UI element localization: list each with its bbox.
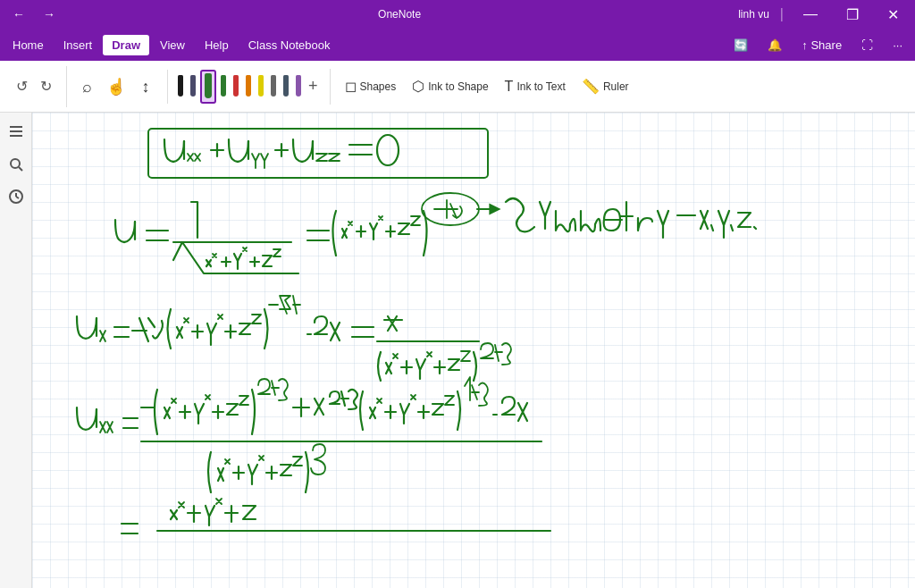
minimize-button[interactable]: — — [794, 0, 827, 29]
forward-button[interactable]: → — [38, 5, 61, 23]
shapes-label: Shapes — [360, 80, 397, 93]
add-space-tool[interactable]: ↕ — [133, 66, 158, 107]
add-pen-button[interactable]: + — [306, 75, 321, 97]
menu-class-notebook[interactable]: Class Notebook — [239, 35, 340, 55]
ink-to-text-button[interactable]: T Ink to Text — [498, 69, 573, 105]
fullscreen-button[interactable]: ⛶ — [852, 35, 882, 55]
pen-purple[interactable] — [293, 73, 304, 100]
tools-group: ⌕ ☝ ↕ — [66, 66, 162, 107]
pen-black[interactable] — [175, 73, 186, 100]
share-icon: ↑ — [802, 38, 808, 52]
sidebar — [0, 113, 32, 588]
user-name: linh vu — [738, 8, 769, 21]
draw-tools-group: ◻ Shapes ⬡ Ink to Shape T Ink to Text 📏 … — [330, 69, 640, 105]
undo-redo-group: ↺ ↻ — [7, 74, 61, 98]
sync-button[interactable]: 🔄 — [725, 35, 757, 55]
title-bar: ← → OneNote linh vu | — ❐ ✕ — [0, 0, 915, 29]
pen-green[interactable] — [200, 70, 216, 104]
pens-group: + — [167, 70, 324, 104]
notebook-icon[interactable] — [4, 120, 29, 145]
ruler-icon: 📏 — [582, 78, 600, 95]
titlebar-right: linh vu | — ❐ ✕ — [738, 0, 908, 29]
math-content: .hw { fill: none; stroke: #1a7a1a; strok… — [32, 113, 915, 588]
draw-toolbar: ↺ ↻ ⌕ ☝ ↕ — [0, 61, 915, 113]
divider: | — [780, 6, 784, 22]
more-header-button[interactable]: ··· — [884, 35, 911, 55]
ink-to-shape-button[interactable]: ⬡ Ink to Shape — [405, 69, 495, 105]
svg-rect-2 — [10, 135, 22, 137]
share-header-button[interactable]: ↑ Share — [793, 35, 851, 55]
pen-orange[interactable] — [243, 73, 254, 100]
menu-help[interactable]: Help — [196, 35, 238, 55]
menu-insert[interactable]: Insert — [55, 35, 102, 55]
svg-line-7 — [16, 197, 19, 198]
pen-red[interactable] — [231, 73, 241, 100]
touch-icon: ☝ — [106, 79, 126, 95]
touch-tool[interactable]: ☝ — [101, 66, 131, 107]
shapes-icon: ◻ — [345, 78, 357, 95]
recent-icon[interactable] — [4, 184, 29, 209]
close-button[interactable]: ✕ — [878, 0, 908, 29]
menu-bar: Home Insert Draw View Help Class Noteboo… — [0, 29, 915, 61]
pen-darkblue[interactable] — [188, 73, 198, 100]
app-title: OneNote — [61, 8, 738, 21]
search-icon[interactable] — [4, 152, 29, 177]
ruler-button[interactable]: 📏 Ruler — [575, 69, 636, 105]
pen-yellow[interactable] — [256, 73, 266, 100]
lasso-icon: ⌕ — [82, 79, 92, 95]
ink-to-shape-icon: ⬡ — [412, 78, 424, 95]
pen-dark[interactable] — [281, 73, 291, 100]
menu-view[interactable]: View — [151, 35, 194, 55]
ink-to-shape-label: Ink to Shape — [428, 80, 488, 93]
svg-rect-1 — [10, 130, 22, 132]
lasso-tool[interactable]: ⌕ — [74, 66, 99, 107]
menu-draw[interactable]: Draw — [103, 35, 149, 55]
ink-to-text-icon: T — [505, 79, 514, 95]
menu-home[interactable]: Home — [4, 35, 53, 55]
svg-point-9 — [377, 135, 399, 165]
add-space-icon: ↕ — [142, 79, 150, 95]
canvas-area[interactable]: .hw { fill: none; stroke: #1a7a1a; strok… — [32, 113, 915, 588]
restore-button[interactable]: ❐ — [837, 0, 868, 29]
svg-rect-0 — [10, 126, 22, 128]
redo-button[interactable]: ↻ — [35, 74, 57, 98]
back-button[interactable]: ← — [7, 5, 30, 23]
svg-line-4 — [19, 167, 22, 171]
pen-gray[interactable] — [268, 73, 279, 100]
shapes-button[interactable]: ◻ Shapes — [338, 69, 404, 105]
titlebar-nav: ← → — [7, 5, 61, 23]
undo-button[interactable]: ↺ — [11, 74, 33, 98]
svg-point-3 — [11, 159, 20, 168]
ruler-label: Ruler — [603, 80, 629, 93]
bell-button[interactable]: 🔔 — [759, 35, 791, 55]
pen-green2[interactable] — [218, 73, 229, 100]
ink-to-text-label: Ink to Text — [516, 80, 565, 93]
